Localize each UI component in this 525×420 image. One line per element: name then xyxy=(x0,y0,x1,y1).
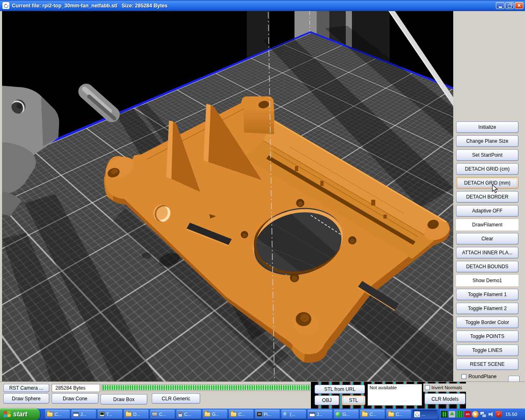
folder-icon xyxy=(231,412,237,417)
status-panel: Not available xyxy=(368,384,422,406)
java-icon xyxy=(414,411,420,417)
taskbar-item-label: J... xyxy=(80,412,87,417)
toggle-lines-button[interactable]: Toggle LINES xyxy=(456,345,518,356)
taskbar-item-label: T... xyxy=(106,412,112,417)
taskbar-item-label: C... xyxy=(159,412,166,417)
matrix-icon[interactable] xyxy=(441,411,447,418)
toggle-filament-1-button[interactable]: Toggle Filament 1 xyxy=(456,289,518,300)
taskbar-item-7[interactable]: G... xyxy=(203,410,227,419)
draw-cone-button[interactable]: Draw Cone xyxy=(52,393,98,404)
security-shield-icon[interactable]: ✓ xyxy=(495,411,502,418)
draw-box-button[interactable]: Draw Box xyxy=(100,394,147,404)
taskbar-item-label: G... xyxy=(212,412,219,417)
folder-icon xyxy=(47,412,53,417)
folder-icon xyxy=(204,412,210,417)
close-icon: × xyxy=(517,2,520,9)
taskbar-item-13[interactable]: C... xyxy=(360,410,385,419)
taskbar-item-label: ... xyxy=(422,412,425,417)
roundplane-checkbox[interactable] xyxy=(461,374,466,379)
taskbar-clock: 15.50 xyxy=(505,412,517,417)
clr-generic-button[interactable]: CLR Generic xyxy=(152,393,200,404)
minimize-icon xyxy=(499,7,502,8)
taskbar-item-label: Pi... xyxy=(264,412,272,417)
drawfilament-button[interactable]: DrawFilament xyxy=(456,219,518,231)
app-window: Current file: rpi2-top_30mm-fan_netfabb.… xyxy=(0,0,525,420)
taskbar-item-3[interactable]: T... xyxy=(98,410,122,419)
detach-bounds-button[interactable]: DETACH BOUNDS xyxy=(456,261,518,272)
invert-normals-label: Invert Normals xyxy=(431,385,462,390)
taskbar-item-14[interactable]: C... xyxy=(386,410,411,419)
stl-button[interactable]: STL xyxy=(342,395,365,405)
detach-border-button[interactable]: DETACH BORDER xyxy=(456,191,518,203)
volume-icon[interactable] xyxy=(488,411,494,418)
folder-icon xyxy=(362,412,368,417)
clear-button[interactable]: Clear xyxy=(456,233,518,244)
ati-icon[interactable]: ATI xyxy=(464,411,471,418)
taskbar-item-label: D... xyxy=(133,412,140,417)
taskbar-item-8[interactable]: C... xyxy=(229,410,253,419)
agent-icon[interactable] xyxy=(472,411,479,418)
taskbar-item-4[interactable]: D... xyxy=(124,410,148,419)
taskbar-item-label: C... xyxy=(238,412,245,417)
detach-grid-mm-button[interactable]: DETACH GRID (mm) xyxy=(456,177,518,189)
close-button[interactable]: × xyxy=(515,2,523,9)
toggle-points-button[interactable]: Toggle POINTS xyxy=(456,331,518,342)
network-icon[interactable] xyxy=(480,411,486,418)
change-plane-size-button[interactable]: Change Plane Size xyxy=(456,135,518,147)
mouse-cursor xyxy=(492,184,498,193)
taskbar-item-label: J... xyxy=(317,412,323,417)
initialize-button[interactable]: Initialize xyxy=(456,121,518,133)
taskbar-item-label: C... xyxy=(184,412,191,417)
taskbar-item-5[interactable]: C... xyxy=(150,410,175,419)
taskbar-item-1[interactable]: C... xyxy=(45,410,70,419)
grid-icon[interactable] xyxy=(457,411,463,418)
taskbar-item-15[interactable]: ... xyxy=(413,410,437,419)
detach-grid-cm-button[interactable]: DETACH GRID (cm) xyxy=(456,163,518,175)
taskbar: start C...J...T...D...C...C...G...C...Pi… xyxy=(0,409,525,420)
toggle-border-color-button[interactable]: Toggle Border Color xyxy=(456,317,518,328)
restore-button[interactable] xyxy=(505,2,514,9)
bytes-field[interactable]: 285284 Bytes xyxy=(52,384,100,392)
rst-camera-button[interactable]: RST Camera ... xyxy=(3,384,49,392)
reset-scene-button[interactable]: RESET SCENE xyxy=(456,358,518,370)
update-arrow-icon[interactable] xyxy=(449,411,455,418)
taskbar-item-2[interactable]: J... xyxy=(71,410,96,419)
3d-viewport[interactable] xyxy=(2,11,453,381)
roundplane-label: RoundPlane xyxy=(468,374,497,379)
windows-logo-icon xyxy=(4,411,11,418)
attach-inner-pla-button[interactable]: ATTACH INNER PLA... xyxy=(456,247,518,258)
taskbar-item-6[interactable]: C... xyxy=(176,410,201,419)
clr-models-button[interactable]: CLR Models xyxy=(425,393,466,404)
titlebar[interactable]: Current file: rpi2-top_30mm-fan_netfabb.… xyxy=(0,0,525,11)
taskbar-item-label: C... xyxy=(396,412,403,417)
guide-rod xyxy=(84,89,114,119)
picture-icon xyxy=(257,412,262,417)
start-button[interactable]: start xyxy=(0,409,40,420)
show-demo1-button[interactable]: Show Demo1 xyxy=(456,275,518,286)
stl-from-url-button[interactable]: STL from URL xyxy=(315,385,365,394)
taskbar-item-10[interactable]: (... xyxy=(281,410,306,419)
taskbar-item-9[interactable]: Pi... xyxy=(255,410,280,419)
taskbar-item-11[interactable]: J... xyxy=(308,410,332,419)
sidebar: RoundPlane ... InitializeChange Plane Si… xyxy=(453,11,525,381)
taskbar-item-label: C... xyxy=(370,412,377,417)
adaptive-off-button[interactable]: Adaptive OFF xyxy=(456,205,518,217)
set-startpoint-button[interactable]: Set StartPoint xyxy=(456,149,518,161)
invert-normals-checkbox[interactable] xyxy=(425,385,430,390)
globe-icon xyxy=(283,412,288,417)
scene-overlay xyxy=(2,11,453,381)
toggle-filament-2-button[interactable]: Toggle Filament 2 xyxy=(456,303,518,314)
minimize-button[interactable] xyxy=(496,2,504,9)
system-tray: ATI✓ 15.50 xyxy=(439,409,525,420)
bottom-toolbar: RST Camera ... 285284 Bytes STL from URL… xyxy=(0,381,525,409)
calculator-icon xyxy=(178,412,183,417)
obj-button[interactable]: OBJ xyxy=(315,395,339,405)
restore-icon xyxy=(508,5,511,8)
progress-bar xyxy=(102,384,310,391)
window-icon xyxy=(73,412,79,417)
terminal-icon xyxy=(99,412,105,417)
draw-sphere-button[interactable]: Draw Sphere xyxy=(3,393,49,404)
taskbar-item-12[interactable]: G... xyxy=(334,410,358,419)
taskbar-item-label: G... xyxy=(342,412,350,417)
messenger-icon xyxy=(336,412,341,417)
